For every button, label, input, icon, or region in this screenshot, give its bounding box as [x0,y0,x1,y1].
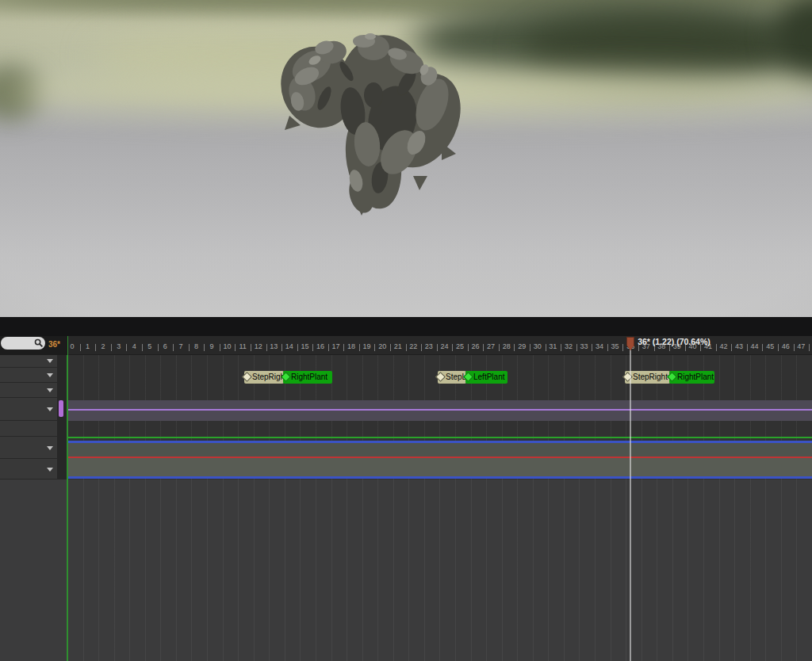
ruler-frame-number: 3 [117,342,121,350]
ruler-frame-number: 31 [549,342,557,350]
ruler-tick [809,344,810,351]
track-row-header[interactable] [0,398,57,420]
notify-rightplant[interactable]: RightPlant [283,371,332,384]
track-row-header[interactable] [0,421,57,436]
animation-editor-window: 0123456789101112131415161718192021222324… [0,0,812,661]
ruler-frame-number: 30 [534,342,542,350]
track-row-header[interactable] [0,354,57,367]
rock-golem-character [279,25,471,216]
ruler-frame-number: 17 [332,342,340,350]
ruler-frame-number: 7 [178,342,182,350]
ruler-frame-number: 34 [596,342,603,350]
ruler-tick [607,344,608,351]
panel-separator [0,317,812,336]
ruler-frame-number: 2 [102,342,105,350]
ruler-frame-number: 20 [378,342,386,350]
ruler-tick [530,344,530,351]
ruler-frame-number: 28 [503,342,511,350]
timeline-panel: 0123456789101112131415161718192021222324… [0,336,812,661]
ruler-tick [158,344,159,351]
ruler-frame-number: 19 [363,342,371,350]
ruler-tick [80,344,81,351]
ruler-frame-number: 44 [751,342,759,350]
track-row-header[interactable] [0,383,57,397]
ruler-frame-number: 42 [720,342,728,350]
ruler-tick [390,344,391,351]
ruler-frame-number: 15 [301,342,308,350]
ruler-tick [204,344,205,351]
ruler-tick [266,344,267,351]
ruler-frame-number: 27 [487,342,495,350]
ruler-tick [189,344,190,351]
ruler-tick [374,344,375,351]
chevron-down-icon[interactable] [47,468,53,472]
ruler-tick [406,344,407,351]
ruler-tick [235,344,236,351]
ruler-tick [343,344,344,351]
ruler-frame-number: 9 [210,342,214,350]
ruler-tick [312,344,313,351]
ruler-tick [561,344,561,351]
playhead-line[interactable] [630,349,631,661]
ruler-frame-number: 0 [70,342,74,350]
track-stripe[interactable] [67,409,812,411]
ruler-tick [421,344,422,351]
notify-rightplant[interactable]: RightPlant [669,371,714,384]
ruler-frame-number: 47 [797,342,805,350]
timeline-toolbar-cap: 36* [0,336,67,355]
ruler-tick [437,344,438,351]
ruler-tick [95,344,96,351]
notify-stepright[interactable]: StepRight [244,371,284,384]
track-stripe[interactable] [67,400,812,421]
ruler-frame-number: 45 [766,342,774,350]
current-frame-indicator: 36* [48,340,60,349]
chevron-down-icon[interactable] [47,359,53,363]
blurred-bushes-dark [523,17,785,79]
notify-stepleft[interactable]: StepLeft [438,371,466,384]
viewport-3d[interactable] [0,0,812,317]
ruler-tick [747,344,748,351]
ruler-tick [514,344,515,351]
ruler-frame-number: 5 [147,342,151,350]
ruler-frame-number: 25 [456,342,464,350]
chevron-down-icon[interactable] [47,373,53,377]
ruler-tick [716,344,717,351]
ruler-tick [282,344,282,351]
track-stripe[interactable] [67,458,812,476]
chevron-down-icon[interactable] [47,446,53,450]
ruler-tick [452,344,453,351]
track-stripe[interactable] [67,443,812,457]
ruler-tick [297,344,298,351]
ruler-frame-number: 12 [255,342,262,350]
ruler-frame-number: 33 [580,342,588,350]
ruler-tick [622,344,623,351]
chevron-down-icon[interactable] [47,388,53,392]
ruler-frame-number: 46 [782,342,790,350]
ruler-tick [111,344,112,351]
ruler-frame-number: 43 [735,342,743,350]
ruler-frame-number: 16 [316,342,324,350]
ruler-frame-number: 4 [132,342,136,350]
track-row-header[interactable] [0,437,57,458]
notify-leftplant[interactable]: LeftPlant [465,371,508,384]
track-stripe[interactable] [67,476,812,479]
track-stripe[interactable] [67,437,812,438]
ruler-tick [220,344,220,351]
track-row-header[interactable] [0,368,57,382]
ruler-tick [142,344,143,351]
ruler-tick [731,344,732,351]
ruler-tick [592,344,592,351]
ruler-frame-number: 29 [518,342,526,350]
ruler-tick [251,344,251,351]
ruler-frame-number: 22 [409,342,417,350]
selected-track-bar [59,400,63,417]
ruler-frame-number: 11 [239,342,246,350]
ruler-frame-number: 1 [86,342,90,350]
ruler-tick [468,344,469,351]
ruler-frame-number: 35 [611,342,619,350]
notify-stepright[interactable]: StepRight [625,371,670,384]
track-row-header[interactable] [0,459,57,479]
ruler-tick [499,344,500,351]
chevron-down-icon[interactable] [47,407,53,411]
ruler-tick [483,344,484,351]
